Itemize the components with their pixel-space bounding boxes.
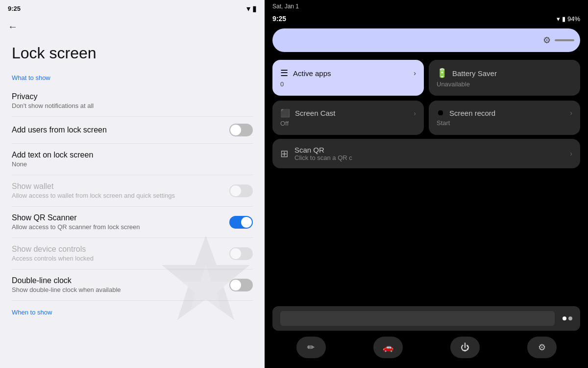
left-status-bar: 9:25 ▾ ▮: [0, 0, 265, 17]
right-battery-icon: ▮: [562, 15, 565, 23]
add-users-text: Add users from lock screen: [12, 126, 107, 134]
tile-screen-cast-icon-title: ⬛ Screen Cast: [280, 108, 336, 118]
scan-qr-subtitle: Click to scan a QR c: [294, 154, 564, 161]
settings-item-show-qr[interactable]: Show QR Scanner Allow access to QR scann…: [0, 207, 265, 237]
battery-percentage: 94%: [567, 15, 580, 23]
privacy-subtitle: Don't show notifications at all: [12, 102, 94, 109]
right-date: Sat, Jan 1: [272, 3, 299, 10]
left-wifi-icon: ▾: [246, 4, 250, 13]
device-controls-subtitle: Access controls when locked: [12, 255, 94, 262]
right-time: 9:25: [272, 15, 286, 23]
quick-tiles-grid: ☰ Active apps › 0 🔋 Battery Saver Unavai…: [265, 56, 588, 139]
left-battery-icon: ▮: [252, 4, 257, 13]
page-title: Lock screen: [0, 36, 265, 66]
nav-power-button[interactable]: ⏻: [450, 337, 480, 358]
settings-item-privacy[interactable]: Privacy Don't show notifications at all: [0, 85, 265, 116]
media-thumbnail: [280, 311, 555, 326]
add-users-title: Add users from lock screen: [12, 126, 107, 134]
double-clock-subtitle: Show double-line clock when available: [12, 286, 121, 293]
tile-active-apps-icon-title: ☰ Active apps: [280, 68, 331, 79]
bottom-area: ✏ 🚗 ⏻ ⚙: [265, 168, 588, 368]
nav-settings-button[interactable]: ⚙: [527, 337, 557, 358]
tile-scan-qr[interactable]: ⊞ Scan QR Click to scan a QR c ›: [272, 139, 580, 168]
section-header-when-to-show: When to show: [0, 301, 265, 320]
device-controls-title: Show device controls: [12, 245, 94, 254]
settings-item-add-users[interactable]: Add users from lock screen: [0, 117, 265, 143]
scan-qr-title: Scan QR: [294, 146, 564, 154]
section-header-what-to-show: What to show: [0, 66, 265, 85]
add-text-content: Add text on lock screen None: [12, 151, 93, 168]
nav-edit-button[interactable]: ✏: [296, 337, 326, 358]
left-panel: 9:25 ▾ ▮ ← Lock screen What to show Priv…: [0, 0, 265, 368]
right-panel: Sat, Jan 1 9:25 ▾ ▮ 94% ⚙ ☰ Active apps …: [265, 0, 588, 368]
show-wallet-text: Show wallet Allow access to wallet from …: [12, 182, 175, 199]
tile-battery-saver-header: 🔋 Battery Saver: [437, 68, 572, 79]
scan-qr-container: ⊞ Scan QR Click to scan a QR c ›: [265, 139, 588, 168]
settings-item-add-text[interactable]: Add text on lock screen None: [0, 144, 265, 175]
show-qr-text: Show QR Scanner Allow access to QR scann…: [12, 213, 140, 231]
screen-record-subtitle: Start: [437, 119, 572, 127]
tile-active-apps-header: ☰ Active apps ›: [280, 68, 416, 79]
double-clock-toggle[interactable]: [229, 279, 253, 291]
double-clock-text: Double-line clock Show double-line clock…: [12, 276, 121, 293]
show-wallet-subtitle: Allow access to wallet from lock screen …: [12, 192, 175, 199]
battery-saver-title: Battery Saver: [452, 69, 497, 78]
active-apps-subtitle: 0: [280, 80, 416, 88]
show-qr-toggle[interactable]: [229, 216, 253, 229]
battery-saver-subtitle: Unavailable: [437, 80, 572, 88]
settings-gear-icon[interactable]: ⚙: [543, 35, 551, 46]
nav-car-button[interactable]: 🚗: [373, 337, 403, 358]
screen-cast-title: Screen Cast: [295, 109, 336, 117]
add-users-toggle[interactable]: [229, 124, 253, 136]
media-dots: [563, 316, 572, 320]
screen-cast-icon: ⬛: [280, 108, 290, 118]
left-time: 9:25: [8, 5, 21, 12]
quick-search-bar[interactable]: ⚙: [272, 28, 580, 52]
tile-screen-cast-header: ⬛ Screen Cast ›: [280, 108, 416, 118]
active-apps-chevron: ›: [414, 69, 416, 77]
double-clock-title: Double-line clock: [12, 276, 121, 285]
tile-screen-record-header: ⏺ Screen record ›: [437, 108, 572, 117]
battery-saver-icon: 🔋: [437, 68, 447, 79]
device-controls-text: Show device controls Access controls whe…: [12, 245, 94, 262]
car-icon: 🚗: [383, 342, 393, 353]
media-card[interactable]: [272, 306, 580, 331]
privacy-title: Privacy: [12, 92, 94, 101]
show-wallet-title: Show wallet: [12, 182, 175, 191]
settings-item-double-clock[interactable]: Double-line clock Show double-line clock…: [0, 269, 265, 300]
screen-cast-chevron: ›: [414, 109, 416, 117]
screen-record-title: Screen record: [449, 109, 495, 117]
settings-icon: ⚙: [538, 342, 546, 353]
add-text-title: Add text on lock screen: [12, 151, 93, 159]
brightness-bar[interactable]: [555, 39, 574, 41]
show-wallet-toggle: [229, 184, 253, 197]
left-status-icons: ▾ ▮: [246, 4, 257, 13]
tile-active-apps[interactable]: ☰ Active apps › 0: [272, 60, 424, 96]
show-qr-title: Show QR Scanner: [12, 213, 140, 222]
scan-qr-icon: ⊞: [280, 148, 289, 159]
tile-screen-record[interactable]: ⏺ Screen record › Start: [429, 101, 580, 135]
privacy-text: Privacy Don't show notifications at all: [12, 92, 94, 109]
media-dot-1: [563, 316, 566, 320]
device-controls-toggle: [229, 247, 253, 260]
show-qr-subtitle: Allow access to QR scanner from lock scr…: [12, 223, 140, 231]
screen-cast-subtitle: Off: [280, 120, 416, 127]
edit-icon: ✏: [307, 342, 315, 353]
add-text-subtitle: None: [12, 160, 93, 168]
bottom-nav: ✏ 🚗 ⏻ ⚙: [272, 335, 580, 360]
media-dot-2: [568, 316, 572, 320]
right-wifi-icon: ▾: [557, 15, 560, 23]
back-button[interactable]: ←: [0, 17, 265, 36]
tile-screen-cast[interactable]: ⬛ Screen Cast › Off: [272, 101, 424, 135]
settings-item-show-wallet: Show wallet Allow access to wallet from …: [0, 175, 265, 206]
tile-battery-saver[interactable]: 🔋 Battery Saver Unavailable: [429, 60, 580, 96]
power-icon: ⏻: [461, 342, 469, 353]
tile-battery-saver-icon-title: 🔋 Battery Saver: [437, 68, 497, 79]
right-status-bar: 9:25 ▾ ▮ 94%: [265, 12, 588, 25]
screen-record-chevron: ›: [570, 109, 572, 117]
screen-record-icon: ⏺: [437, 108, 444, 117]
settings-item-device-controls: Show device controls Access controls whe…: [0, 238, 265, 269]
right-status-icons: ▾ ▮ 94%: [557, 15, 580, 23]
active-apps-title: Active apps: [293, 69, 331, 78]
tile-screen-record-icon-title: ⏺ Screen record: [437, 108, 495, 117]
